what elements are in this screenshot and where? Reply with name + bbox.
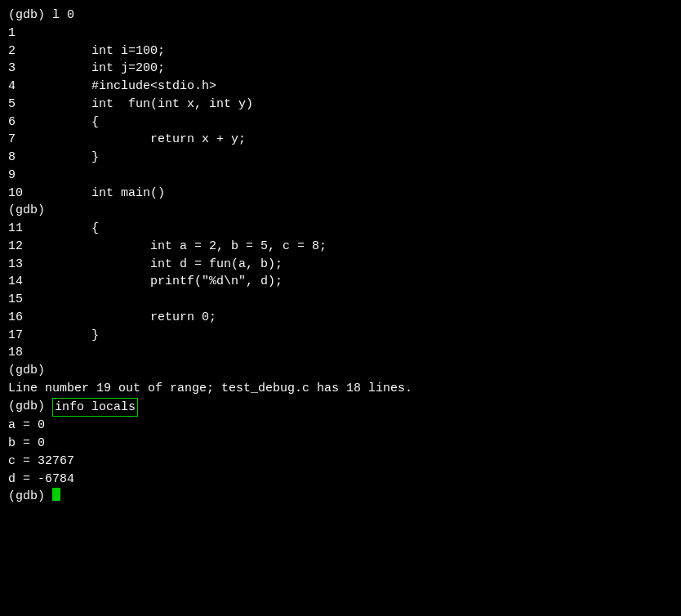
prompt-text: (gdb) l 0: [8, 7, 74, 25]
code-line-5: 5 int fun(int x, int y): [8, 96, 673, 114]
code-line-8: 8 }: [8, 149, 673, 167]
code-content: int j=200;: [33, 60, 165, 78]
code-content: printf("%d\n", d);: [33, 273, 283, 291]
local-a-output: a = 0: [8, 417, 673, 435]
code-content: int a = 2, b = 5, c = 8;: [33, 238, 327, 256]
code-content: int i=100;: [33, 42, 165, 60]
highlighted-command: info locals: [52, 398, 138, 417]
gdb-prompt-mid: (gdb): [8, 202, 673, 220]
code-content: {: [33, 220, 99, 238]
line-number: 12: [8, 238, 33, 256]
output-text: a = 0: [8, 417, 45, 435]
code-content: {: [33, 114, 99, 132]
prompt-text: (gdb): [8, 398, 52, 417]
local-c-output: c = 32767: [8, 453, 673, 471]
output-text: b = 0: [8, 435, 45, 453]
prompt-text: (gdb): [8, 202, 45, 220]
code-line-2: 2 int i=100;: [8, 42, 673, 60]
code-line-16: 16 return 0;: [8, 309, 673, 327]
line-number: 6: [8, 114, 33, 132]
code-line-7: 7 return x + y;: [8, 131, 673, 149]
prompt-text: (gdb): [8, 362, 45, 380]
line-number: 2: [8, 42, 33, 60]
line-number: 14: [8, 273, 33, 291]
line-number: 8: [8, 149, 33, 167]
line-number: 3: [8, 60, 33, 78]
code-content: int main(): [33, 185, 165, 203]
line-number: 13: [8, 256, 33, 274]
gdb-command-line: (gdb) l 0: [8, 7, 673, 25]
line-number: 16: [8, 309, 33, 327]
code-line-3: 3 int j=200;: [8, 60, 673, 78]
code-content: return x + y;: [33, 131, 246, 149]
cursor-block: [52, 488, 60, 501]
line-number: 7: [8, 131, 33, 149]
terminal-window[interactable]: (gdb) l 0 1 2 int i=100; 3 int j=200; 4 …: [0, 0, 681, 616]
line-number: 17: [8, 327, 33, 345]
gdb-prompt-after-listing: (gdb): [8, 362, 673, 380]
gdb-final-prompt: (gdb): [8, 488, 673, 506]
code-line-18: 18: [8, 344, 673, 362]
code-content: #include<stdio.h>: [33, 78, 216, 96]
code-line-15: 15: [8, 291, 673, 309]
line-number: 10: [8, 185, 33, 203]
code-content: }: [33, 327, 99, 345]
code-line-6: 6 {: [8, 114, 673, 132]
code-line-10: 10 int main(): [8, 185, 673, 203]
output-text: d = -6784: [8, 471, 74, 489]
info-locals-command-line: (gdb) info locals: [8, 398, 673, 417]
prompt-text: (gdb): [8, 488, 52, 506]
code-line-11: 11 {: [8, 220, 673, 238]
code-line-9: 9: [8, 167, 673, 185]
code-line-13: 13 int d = fun(a, b);: [8, 256, 673, 274]
code-line-4: 4 #include<stdio.h>: [8, 78, 673, 96]
code-line-17: 17 }: [8, 327, 673, 345]
code-line-12: 12 int a = 2, b = 5, c = 8;: [8, 238, 673, 256]
code-content: return 0;: [33, 309, 216, 327]
local-d-output: d = -6784: [8, 471, 673, 489]
line-number: 11: [8, 220, 33, 238]
line-number: 15: [8, 291, 33, 309]
code-content: int fun(int x, int y): [33, 96, 253, 114]
output-text: Line number 19 out of range; test_debug.…: [8, 380, 412, 398]
line-number: 4: [8, 78, 33, 96]
code-line-14: 14 printf("%d\n", d);: [8, 273, 673, 291]
line-number: 9: [8, 167, 33, 185]
line-number: 1: [8, 25, 33, 42]
out-of-range-message: Line number 19 out of range; test_debug.…: [8, 380, 673, 398]
code-content: int d = fun(a, b);: [33, 256, 283, 274]
line-number: 18: [8, 344, 33, 362]
local-b-output: b = 0: [8, 435, 673, 453]
output-text: c = 32767: [8, 453, 74, 471]
line-number: 5: [8, 96, 33, 114]
code-line-1: 1: [8, 25, 673, 42]
code-content: }: [33, 149, 99, 167]
